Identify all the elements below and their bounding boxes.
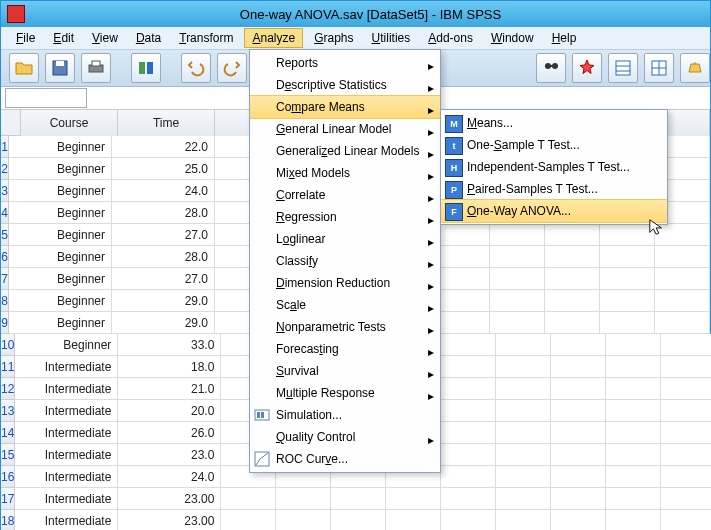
menu-item-forecasting[interactable]: Forecasting▸ (250, 338, 440, 360)
cell-time[interactable]: 20.0 (118, 400, 221, 422)
find-button[interactable] (536, 53, 566, 83)
row-header[interactable]: 5 (1, 224, 9, 246)
analyze-menu[interactable]: Reports▸Descriptive Statistics▸Compare M… (249, 49, 441, 473)
cell-time[interactable]: 29.0 (112, 312, 215, 334)
menu-analyze[interactable]: Analyze (244, 28, 303, 48)
grid2-button[interactable] (644, 53, 674, 83)
cell-course[interactable]: Beginner (9, 290, 112, 312)
menubar[interactable]: FileEditViewDataTransformAnalyzeGraphsUt… (1, 27, 710, 50)
undo-button[interactable] (181, 53, 211, 83)
menu-item-regression[interactable]: Regression▸ (250, 206, 440, 228)
cell-time[interactable]: 23.0 (118, 444, 221, 466)
cell-time[interactable]: 25.0 (112, 158, 215, 180)
menu-item-descriptive-statistics[interactable]: Descriptive Statistics▸ (250, 74, 440, 96)
goto-cell-input[interactable] (5, 88, 87, 108)
menu-help[interactable]: Help (545, 29, 584, 47)
cell-course[interactable]: Beginner (15, 334, 118, 356)
menu-item-reports[interactable]: Reports▸ (250, 52, 440, 74)
menu-item-one-way-anova-[interactable]: FOne-Way ANOVA... (441, 199, 667, 223)
menu-item-nonparametric-tests[interactable]: Nonparametric Tests▸ (250, 316, 440, 338)
cell-time[interactable]: 21.0 (118, 378, 221, 400)
menu-edit[interactable]: Edit (46, 29, 81, 47)
cell-course[interactable]: Beginner (9, 224, 112, 246)
cell-course[interactable]: Intermediate (15, 510, 118, 530)
menu-item-survival[interactable]: Survival▸ (250, 360, 440, 382)
menu-item-quality-control[interactable]: Quality Control▸ (250, 426, 440, 448)
cell-course[interactable]: Intermediate (15, 356, 118, 378)
row-header[interactable]: 13 (1, 400, 15, 422)
compare-means-submenu[interactable]: MMeans...tOne-Sample T Test...HIndepende… (440, 109, 668, 225)
row-header[interactable]: 2 (1, 158, 9, 180)
cell-time[interactable]: 23.00 (118, 488, 221, 510)
redo-button[interactable] (217, 53, 247, 83)
cell-course[interactable]: Beginner (9, 246, 112, 268)
row-header[interactable]: 9 (1, 312, 9, 334)
cell-time[interactable]: 28.0 (112, 246, 215, 268)
cell-course[interactable]: Intermediate (15, 378, 118, 400)
row-header[interactable]: 8 (1, 290, 9, 312)
menu-item-compare-means[interactable]: Compare Means▸ (250, 95, 440, 119)
menu-view[interactable]: View (85, 29, 125, 47)
cell-time[interactable]: 27.0 (112, 268, 215, 290)
cell-course[interactable]: Beginner (9, 136, 112, 158)
col-header-course[interactable]: Course (21, 110, 118, 137)
cell-time[interactable]: 18.0 (118, 356, 221, 378)
cell-course[interactable]: Beginner (9, 180, 112, 202)
menu-item-scale[interactable]: Scale▸ (250, 294, 440, 316)
cell-course[interactable]: Beginner (9, 158, 112, 180)
cell-time[interactable]: 23.00 (118, 510, 221, 530)
menu-file[interactable]: File (9, 29, 42, 47)
table-row[interactable]: 18Intermediate23.00 (1, 510, 710, 530)
menu-item-paired-samples-t-test-[interactable]: PPaired-Samples T Test... (441, 178, 667, 200)
menu-item-correlate[interactable]: Correlate▸ (250, 184, 440, 206)
menu-item-dimension-reduction[interactable]: Dimension Reduction▸ (250, 272, 440, 294)
row-header[interactable]: 18 (1, 510, 15, 530)
row-header[interactable]: 3 (1, 180, 9, 202)
recall-dialog-button[interactable] (131, 53, 161, 83)
cell-course[interactable]: Beginner (9, 312, 112, 334)
menu-item-classify[interactable]: Classify▸ (250, 250, 440, 272)
cell-time[interactable]: 33.0 (118, 334, 221, 356)
cell-time[interactable]: 27.0 (112, 224, 215, 246)
menu-item-generalized-linear-models[interactable]: Generalized Linear Models▸ (250, 140, 440, 162)
cell-time[interactable]: 22.0 (112, 136, 215, 158)
menu-item-means-[interactable]: MMeans... (441, 112, 667, 134)
grid-toggle-button[interactable] (608, 53, 638, 83)
weight-button[interactable] (680, 53, 710, 83)
open-button[interactable] (9, 53, 39, 83)
cell-course[interactable]: Intermediate (15, 422, 118, 444)
menu-graphs[interactable]: Graphs (307, 29, 360, 47)
table-row[interactable]: 17Intermediate23.00 (1, 488, 710, 510)
cell-time[interactable]: 24.0 (118, 466, 221, 488)
menu-item-loglinear[interactable]: Loglinear▸ (250, 228, 440, 250)
cell-time[interactable]: 29.0 (112, 290, 215, 312)
col-header-time[interactable]: Time (118, 110, 215, 137)
row-header[interactable]: 16 (1, 466, 15, 488)
row-header[interactable]: 12 (1, 378, 15, 400)
row-header[interactable]: 15 (1, 444, 15, 466)
menu-window[interactable]: Window (484, 29, 541, 47)
row-header[interactable]: 10 (1, 334, 15, 356)
row-header[interactable]: 11 (1, 356, 15, 378)
cell-time[interactable]: 26.0 (118, 422, 221, 444)
row-header[interactable]: 1 (1, 136, 9, 158)
row-header[interactable]: 7 (1, 268, 9, 290)
menu-item-one-sample-t-test-[interactable]: tOne-Sample T Test... (441, 134, 667, 156)
row-header[interactable]: 4 (1, 202, 9, 224)
save-button[interactable] (45, 53, 75, 83)
cell-course[interactable]: Beginner (9, 202, 112, 224)
star-ruler-button[interactable] (572, 53, 602, 83)
menu-transform[interactable]: Transform (172, 29, 240, 47)
menu-item-independent-samples-t-test-[interactable]: HIndependent-Samples T Test... (441, 156, 667, 178)
menu-utilities[interactable]: Utilities (365, 29, 418, 47)
cell-time[interactable]: 28.0 (112, 202, 215, 224)
menu-item-multiple-response[interactable]: Multiple Response▸ (250, 382, 440, 404)
cell-course[interactable]: Intermediate (15, 444, 118, 466)
cell-course[interactable]: Beginner (9, 268, 112, 290)
print-button[interactable] (81, 53, 111, 83)
menu-item-roc-curve-[interactable]: ROC Curve... (250, 448, 440, 470)
row-header[interactable]: 14 (1, 422, 15, 444)
cell-time[interactable]: 24.0 (112, 180, 215, 202)
row-header[interactable]: 6 (1, 246, 9, 268)
menu-add-ons[interactable]: Add-ons (421, 29, 480, 47)
